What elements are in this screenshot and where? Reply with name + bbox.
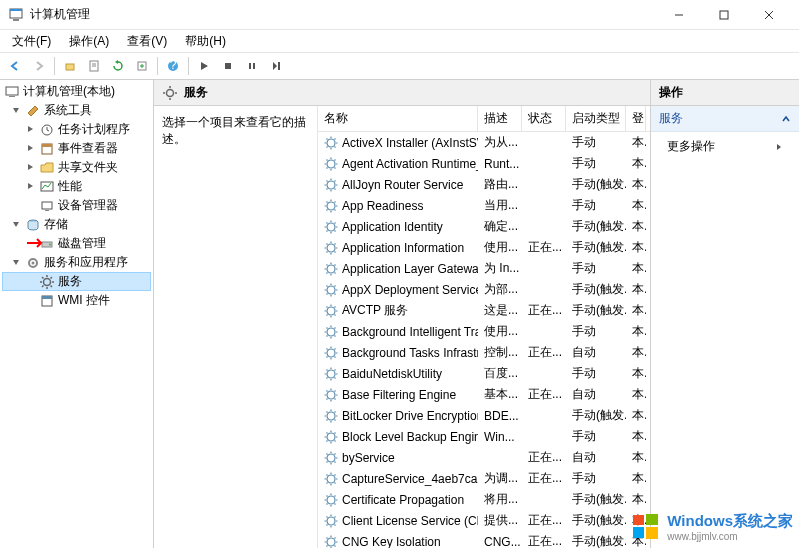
service-desc: 提供... bbox=[478, 510, 522, 531]
service-name: Agent Activation Runtime_... bbox=[342, 157, 478, 171]
service-row[interactable]: byService正在...自动本... bbox=[318, 447, 650, 468]
service-logon: 本... bbox=[626, 489, 646, 510]
service-row[interactable]: AllJoyn Router Service路由...手动(触发...本... bbox=[318, 174, 650, 195]
tree-shared-folders[interactable]: 共享文件夹 bbox=[2, 158, 151, 177]
tree-wmi[interactable]: WMI 控件 bbox=[2, 291, 151, 310]
service-row[interactable]: CaptureService_4aeb7ca为调...正在...手动本... bbox=[318, 468, 650, 489]
menu-action[interactable]: 操作(A) bbox=[61, 31, 117, 52]
tree-disk-management[interactable]: 磁盘管理 bbox=[2, 234, 151, 253]
close-button[interactable] bbox=[746, 1, 791, 29]
service-row[interactable]: Background Intelligent Tra...使用...手动本... bbox=[318, 321, 650, 342]
service-status bbox=[522, 489, 566, 510]
col-logon[interactable]: 登... bbox=[626, 106, 646, 131]
tree-device-manager[interactable]: 设备管理器 bbox=[2, 196, 151, 215]
service-row[interactable]: BitLocker Drive Encryption ...BDE...手动(触… bbox=[318, 405, 650, 426]
service-logon: 本... bbox=[626, 195, 646, 216]
actions-more[interactable]: 更多操作 bbox=[651, 132, 799, 161]
svg-point-46 bbox=[327, 370, 335, 378]
tree-performance[interactable]: 性能 bbox=[2, 177, 151, 196]
service-startup: 手动(触发... bbox=[566, 531, 626, 548]
svg-point-48 bbox=[327, 412, 335, 420]
service-row[interactable]: Client License Service (Clip...提供...正在..… bbox=[318, 510, 650, 531]
service-logon: 本... bbox=[626, 216, 646, 237]
col-desc[interactable]: 描述 bbox=[478, 106, 522, 131]
stop-button[interactable] bbox=[217, 55, 239, 77]
service-name: CaptureService_4aeb7ca bbox=[342, 472, 477, 486]
service-logon: 本... bbox=[626, 468, 646, 489]
menu-view[interactable]: 查看(V) bbox=[119, 31, 175, 52]
service-row[interactable]: Agent Activation Runtime_...Runt...手动本..… bbox=[318, 153, 650, 174]
service-row[interactable]: Base Filtering Engine基本...正在...自动本... bbox=[318, 384, 650, 405]
service-desc: 为 In... bbox=[478, 258, 522, 279]
collapse-icon[interactable] bbox=[11, 219, 22, 230]
back-button[interactable] bbox=[4, 55, 26, 77]
service-logon: 本... bbox=[626, 300, 646, 321]
gear-icon bbox=[324, 283, 338, 297]
svg-point-36 bbox=[327, 160, 335, 168]
titlebar: 计算机管理 bbox=[0, 0, 799, 30]
service-desc bbox=[478, 447, 522, 468]
refresh-button[interactable] bbox=[107, 55, 129, 77]
service-row[interactable]: Block Level Backup Engine ...Win...手动本..… bbox=[318, 426, 650, 447]
tree-system-tools[interactable]: 系统工具 bbox=[2, 101, 151, 120]
forward-button[interactable] bbox=[28, 55, 50, 77]
service-row[interactable]: App Readiness当用...手动本... bbox=[318, 195, 650, 216]
properties-button[interactable] bbox=[83, 55, 105, 77]
service-status bbox=[522, 426, 566, 447]
svg-point-47 bbox=[327, 391, 335, 399]
expand-icon[interactable] bbox=[25, 143, 36, 154]
help-button[interactable]: ? bbox=[162, 55, 184, 77]
tree-label: 系统工具 bbox=[44, 102, 92, 119]
gear-icon bbox=[324, 262, 338, 276]
tree-services[interactable]: 服务 bbox=[2, 272, 151, 291]
service-row[interactable]: AppX Deployment Service ...为部...手动(触发...… bbox=[318, 279, 650, 300]
tree-panel: 计算机管理(本地) 系统工具 任务计划程序 事件查看器 共享文件夹 bbox=[0, 80, 154, 548]
svg-rect-61 bbox=[633, 527, 644, 538]
service-row[interactable]: ActiveX Installer (AxInstSV)为从...手动本... bbox=[318, 132, 650, 153]
tree-storage[interactable]: 存储 bbox=[2, 215, 151, 234]
export-button[interactable] bbox=[131, 55, 153, 77]
collapse-icon[interactable] bbox=[11, 105, 22, 116]
pause-button[interactable] bbox=[241, 55, 263, 77]
service-row[interactable]: Application Information使用...正在...手动(触发..… bbox=[318, 237, 650, 258]
toolbar-separator bbox=[54, 57, 55, 75]
service-row[interactable]: Application Layer Gateway ...为 In...手动本.… bbox=[318, 258, 650, 279]
col-startup[interactable]: 启动类型 bbox=[566, 106, 626, 131]
tree-event-viewer[interactable]: 事件查看器 bbox=[2, 139, 151, 158]
expand-icon[interactable] bbox=[25, 162, 36, 173]
tree-root[interactable]: 计算机管理(本地) bbox=[2, 82, 151, 101]
expand-icon[interactable] bbox=[25, 181, 36, 192]
chevron-up-icon[interactable] bbox=[781, 114, 791, 124]
col-status[interactable]: 状态 bbox=[522, 106, 566, 131]
service-desc: 为部... bbox=[478, 279, 522, 300]
restart-button[interactable] bbox=[265, 55, 287, 77]
svg-rect-15 bbox=[249, 63, 251, 69]
service-row[interactable]: CNG Key IsolationCNG...正在...手动(触发...本... bbox=[318, 531, 650, 548]
expand-icon[interactable] bbox=[25, 124, 36, 135]
maximize-button[interactable] bbox=[701, 1, 746, 29]
tree-task-scheduler[interactable]: 任务计划程序 bbox=[2, 120, 151, 139]
service-name: Background Tasks Infrastru... bbox=[342, 346, 478, 360]
service-status: 正在... bbox=[522, 468, 566, 489]
service-row[interactable]: Application Identity确定...手动(触发...本... bbox=[318, 216, 650, 237]
svg-point-37 bbox=[327, 181, 335, 189]
minimize-button[interactable] bbox=[656, 1, 701, 29]
play-button[interactable] bbox=[193, 55, 215, 77]
menu-help[interactable]: 帮助(H) bbox=[177, 31, 234, 52]
menu-file[interactable]: 文件(F) bbox=[4, 31, 59, 52]
service-row[interactable]: Background Tasks Infrastru...控制...正在...自… bbox=[318, 342, 650, 363]
list-header: 名称 描述 状态 启动类型 登... bbox=[318, 106, 650, 132]
service-name: AVCTP 服务 bbox=[342, 302, 408, 319]
col-name[interactable]: 名称 bbox=[318, 106, 478, 131]
service-row[interactable]: Certificate Propagation将用...手动(触发...本... bbox=[318, 489, 650, 510]
svg-point-43 bbox=[327, 307, 335, 315]
svg-rect-4 bbox=[720, 11, 728, 19]
description-pane: 选择一个项目来查看它的描述。 bbox=[154, 106, 318, 548]
services-list[interactable]: 名称 描述 状态 启动类型 登... ActiveX Installer (Ax… bbox=[318, 106, 650, 548]
service-name: Application Layer Gateway ... bbox=[342, 262, 478, 276]
service-row[interactable]: AVCTP 服务这是...正在...手动(触发...本... bbox=[318, 300, 650, 321]
collapse-icon[interactable] bbox=[11, 257, 22, 268]
up-button[interactable] bbox=[59, 55, 81, 77]
tree-services-apps[interactable]: 服务和应用程序 bbox=[2, 253, 151, 272]
service-row[interactable]: BaiduNetdiskUtility百度...手动本... bbox=[318, 363, 650, 384]
